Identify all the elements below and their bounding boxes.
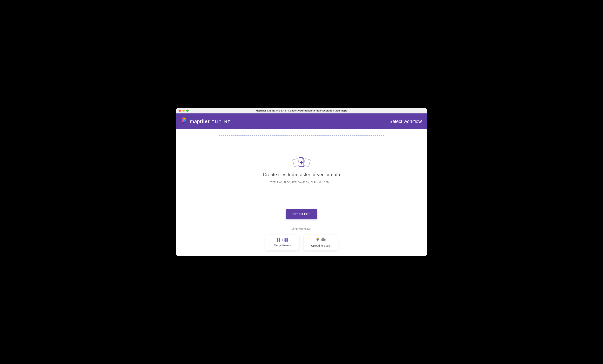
- maximize-window-icon[interactable]: [186, 110, 189, 112]
- merge-tilesets-card[interactable]: + Merge tilesets: [265, 235, 299, 250]
- titlebar: MapTiler Engine Pro 13.4 - Convert your …: [176, 108, 427, 114]
- add-files-icon: [292, 157, 311, 168]
- cloud-icon: [321, 239, 325, 241]
- merge-tilesets-icon: +: [277, 238, 288, 242]
- merge-tilesets-label: Merge tilesets: [274, 244, 291, 247]
- window-controls: [176, 110, 189, 112]
- plus-icon: +: [281, 238, 283, 242]
- svg-rect-0: [292, 159, 300, 167]
- brand-text: maptiler ENGINE: [190, 118, 231, 125]
- main-content: Create tiles from raster or vector data …: [176, 129, 427, 256]
- upload-to-cloud-card[interactable]: Upload to cloud: [304, 235, 338, 250]
- other-workflows-label: Other workflows: [288, 227, 315, 230]
- close-window-icon[interactable]: [179, 110, 181, 112]
- dropzone-subtitle: TIFF, PNG, JPEG, PDF, GeoJSON, SHP, KML,…: [270, 181, 333, 184]
- app-header: maptiler ENGINE Select workflow: [176, 114, 427, 129]
- page-title: Select workflow: [389, 119, 422, 124]
- minimize-window-icon[interactable]: [182, 110, 185, 112]
- brand-product: ENGINE: [211, 120, 231, 124]
- maptiler-logo-icon: [180, 117, 187, 126]
- app-window: MapTiler Engine Pro 13.4 - Convert your …: [176, 108, 427, 256]
- other-workflows-divider: Other workflows: [219, 227, 384, 230]
- maptiler-mark-icon: [316, 238, 320, 242]
- brand-name: maptiler: [190, 118, 210, 125]
- svg-rect-1: [303, 159, 311, 167]
- upload-to-cloud-label: Upload to cloud: [311, 244, 330, 247]
- window-title: MapTiler Engine Pro 13.4 - Convert your …: [256, 109, 347, 112]
- workflow-cards: + Merge tilesets: [265, 235, 338, 250]
- brand: maptiler ENGINE: [180, 117, 231, 126]
- dropzone-title: Create tiles from raster or vector data: [263, 172, 340, 177]
- upload-to-cloud-icon: [316, 238, 325, 242]
- file-dropzone[interactable]: Create tiles from raster or vector data …: [219, 135, 384, 205]
- open-file-button[interactable]: OPEN A FILE: [286, 209, 317, 219]
